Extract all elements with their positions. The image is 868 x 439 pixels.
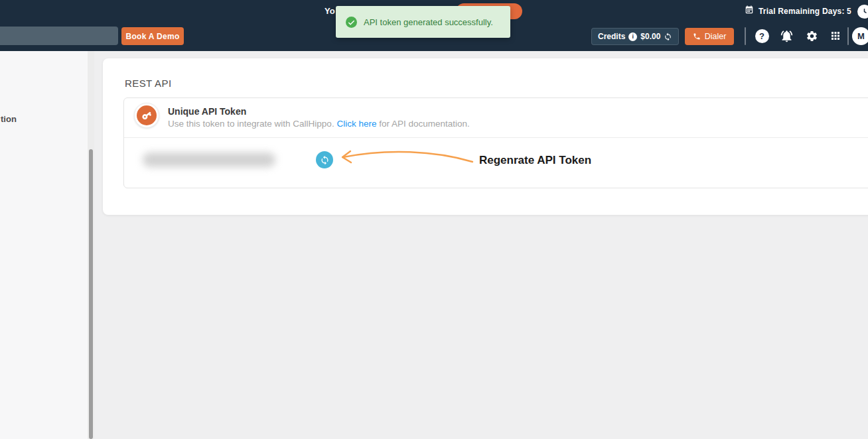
key-badge <box>134 103 159 128</box>
credits-amount: $0.00 <box>640 32 660 41</box>
dialer-label: Dialer <box>705 32 727 41</box>
book-a-demo-button[interactable]: Book A Demo <box>121 27 184 45</box>
calendar-icon <box>745 5 754 17</box>
notifications-button[interactable] <box>778 28 794 44</box>
description-text: Use this token to integrate with CallHip… <box>168 119 336 129</box>
apps-grid-icon <box>830 30 841 42</box>
trial-remaining-badge: Trial Remaining Days: 5 <box>745 5 851 17</box>
key-icon <box>137 105 157 125</box>
regenerate-token-button[interactable] <box>316 151 333 168</box>
annotation-label: Regenrate API Token <box>479 154 591 167</box>
trial-remaining-label: Trial Remaining Days: 5 <box>759 7 851 16</box>
trial-banner-text: Yo <box>325 6 335 16</box>
settings-button[interactable] <box>804 28 820 44</box>
check-circle-icon <box>346 17 357 28</box>
sidebar-item-integration-partial[interactable]: tion <box>1 114 17 124</box>
api-docs-link[interactable]: Click here <box>336 119 376 129</box>
clock-icon[interactable] <box>857 5 868 19</box>
gear-icon <box>806 30 818 42</box>
credits-chip[interactable]: Credits i $0.00 <box>591 28 679 45</box>
info-icon[interactable]: i <box>628 32 637 41</box>
app-screen: Yo Trial Remaining Days: 5 Book A Demo C… <box>0 0 868 439</box>
search-input[interactable] <box>0 27 125 45</box>
section-title: REST API <box>125 78 171 89</box>
apps-menu-button[interactable] <box>828 28 843 44</box>
header-divider <box>847 27 849 45</box>
credits-refresh-icon[interactable] <box>664 32 672 41</box>
sync-icon <box>320 155 330 165</box>
help-button[interactable]: ? <box>754 28 770 44</box>
success-toast: API token generated successfully. <box>336 6 510 38</box>
help-icon: ? <box>755 29 769 43</box>
curved-arrow-icon <box>335 145 478 168</box>
token-card-description: Use this token to integrate with CallHip… <box>168 119 470 129</box>
toast-message: API token generated successfully. <box>364 17 493 27</box>
rest-api-card: REST API Unique API Token Use this token… <box>103 58 868 215</box>
bell-icon <box>780 29 794 43</box>
user-avatar[interactable]: M <box>852 27 868 45</box>
api-token-value-blurred <box>143 153 275 167</box>
credits-label: Credits <box>598 32 625 41</box>
token-panel-header: Unique API Token Use this token to integ… <box>124 98 868 138</box>
phone-icon <box>693 32 701 40</box>
unique-api-token-panel: Unique API Token Use this token to integ… <box>123 97 868 188</box>
sidebar-scrollbar-thumb[interactable] <box>89 149 93 439</box>
description-text: for API documentation. <box>376 119 469 129</box>
left-sidebar: tion <box>0 51 88 439</box>
header-divider <box>745 27 746 45</box>
global-search <box>0 27 118 45</box>
dialer-button[interactable]: Dialer <box>685 28 734 45</box>
token-card-title: Unique API Token <box>168 106 246 117</box>
